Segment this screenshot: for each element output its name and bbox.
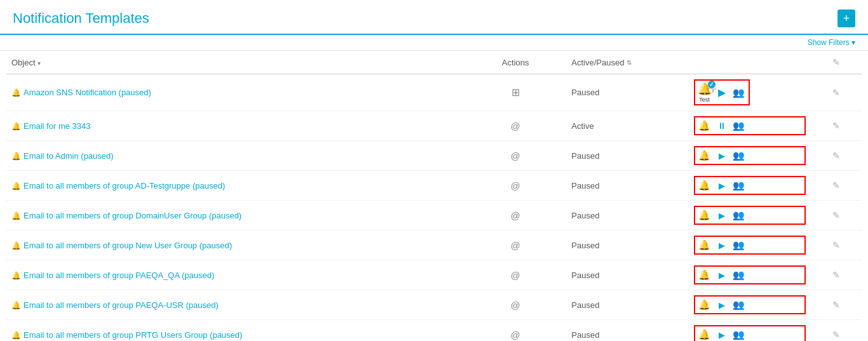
controls-cell: 🔔 ⏸ 👥	[689, 111, 811, 141]
edit-icon[interactable]: ✎	[832, 210, 840, 220]
play-button[interactable]: ▶	[715, 298, 729, 312]
bell-button[interactable]: 🔔	[698, 268, 712, 282]
row-name-link[interactable]: Email to Admin (paused)	[24, 151, 114, 161]
users-button[interactable]: 👥	[732, 86, 746, 100]
play-button[interactable]: ▶	[715, 268, 729, 282]
object-cell: 🔔Email to all members of group AD-Testgr…	[6, 171, 465, 201]
bell-button[interactable]: 🔔	[698, 119, 712, 133]
row-name-link[interactable]: Email to all members of group PAEQA-USR …	[24, 300, 219, 310]
col-header-object[interactable]: Object ▾	[6, 51, 465, 74]
edit-icon[interactable]: ✎	[832, 240, 840, 250]
controls-cell: 🔔 ▶ 👥	[689, 290, 811, 320]
row-name-link[interactable]: Email to all members of group AD-Testgru…	[24, 181, 225, 191]
col-header-controls	[689, 51, 811, 74]
edit-cell: ✎	[811, 320, 862, 342]
bell-button[interactable]: 🔔	[698, 238, 712, 252]
status-cell: Paused	[566, 260, 688, 290]
object-cell: 🔔Email to Admin (paused)	[6, 141, 465, 171]
row-name-link[interactable]: Email to all members of group PAEQA_QA (…	[24, 271, 214, 280]
edit-cell: ✎	[811, 231, 862, 260]
bell-button[interactable]: 🔔	[698, 178, 712, 192]
actions-cell: @	[465, 260, 566, 290]
bell-button[interactable]: 🔔	[698, 149, 712, 163]
object-cell: 🔔Email to all members of group PAEQA_QA …	[6, 260, 465, 290]
controls-cell: 🔔 ▶ 👥	[689, 201, 811, 231]
bell-row-icon: 🔔	[11, 211, 21, 220]
controls-cell: 🔔 ▶ 👥	[689, 231, 811, 260]
actions-cell: @	[465, 320, 566, 342]
play-button[interactable]: ▶	[715, 86, 729, 100]
at-icon: @	[511, 270, 520, 281]
table-row: 🔔Email to Admin (paused)@Paused 🔔 ▶ 👥 ✎	[6, 141, 862, 171]
edit-icon[interactable]: ✎	[832, 121, 840, 131]
actions-cell: @	[465, 141, 566, 171]
users-button[interactable]: 👥	[732, 208, 746, 222]
active-indicator: ✓	[708, 81, 715, 88]
page-title: Notification Templates	[13, 10, 149, 27]
edit-icon[interactable]: ✎	[832, 88, 840, 98]
pause-button[interactable]: ⏸	[715, 119, 729, 133]
actions-cell: @	[465, 290, 566, 320]
controls-group: 🔔 ▶ 👥	[694, 325, 806, 341]
table-row: 🔔Email to all members of group PRTG User…	[6, 320, 862, 342]
row-name-link[interactable]: Email to all members of group DomainUser…	[24, 211, 241, 220]
edit-icon[interactable]: ✎	[832, 330, 840, 340]
bell-button[interactable]: 🔔	[698, 208, 712, 222]
users-button[interactable]: 👥	[732, 298, 746, 312]
bell-button[interactable]: 🔔	[698, 328, 712, 341]
users-button[interactable]: 👥	[732, 119, 746, 133]
bell-row-icon: 🔔	[11, 152, 21, 161]
row-name-link[interactable]: Email for me 3343	[24, 121, 91, 131]
status-cell: Paused	[566, 320, 688, 342]
controls-cell: 🔔 ▶ 👥	[689, 141, 811, 171]
edit-cell: ✎	[811, 74, 862, 111]
play-button[interactable]: ▶	[715, 328, 729, 341]
play-button[interactable]: ▶	[715, 178, 729, 192]
at-icon: @	[511, 210, 520, 221]
row-name-link[interactable]: Amazon SNS Notification (paused)	[24, 88, 151, 97]
controls-group: 🔔 ▶ 👥	[694, 265, 806, 284]
table-row: 🔔Email to all members of group DomainUse…	[6, 201, 862, 231]
col-header-active-paused: Active/Paused ⇅	[566, 51, 688, 74]
device-icon: ⊞	[512, 87, 520, 98]
edit-icon[interactable]: ✎	[832, 180, 840, 191]
col-header-actions: Actions	[465, 51, 566, 74]
active-paused-sort-icon: ⇅	[627, 59, 632, 66]
edit-cell: ✎	[811, 260, 862, 290]
table-row: 🔔Email to all members of group AD-Testgr…	[6, 171, 862, 201]
edit-header-icon: ✎	[832, 57, 840, 67]
table-row: 🔔Email to all members of group PAEQA_QA …	[6, 260, 862, 290]
edit-cell: ✎	[811, 111, 862, 141]
object-cell: 🔔Email to all members of group PRTG User…	[6, 320, 465, 342]
edit-icon[interactable]: ✎	[832, 150, 840, 161]
status-cell: Active	[566, 111, 688, 141]
edit-cell: ✎	[811, 141, 862, 171]
add-button[interactable]: +	[837, 10, 855, 27]
object-cell: 🔔Amazon SNS Notification (paused)	[6, 74, 465, 111]
bell-button[interactable]: 🔔	[698, 298, 712, 312]
bell-row-icon: 🔔	[11, 271, 21, 280]
play-button[interactable]: ▶	[715, 238, 729, 252]
bell-row-icon: 🔔	[11, 122, 21, 131]
users-button[interactable]: 👥	[732, 149, 746, 163]
users-button[interactable]: 👥	[732, 268, 746, 282]
edit-icon[interactable]: ✎	[832, 300, 840, 310]
show-filters-link[interactable]: Show Filters	[808, 38, 855, 47]
users-button[interactable]: 👥	[732, 328, 746, 341]
play-button[interactable]: ▶	[715, 208, 729, 222]
controls-group: 🔔 ▶ 👥	[694, 146, 806, 165]
row-name-link[interactable]: Email to all members of group New User G…	[24, 241, 232, 250]
at-icon: @	[511, 180, 520, 191]
actions-cell: @	[465, 231, 566, 260]
table-row: 🔔Amazon SNS Notification (paused)⊞Paused…	[6, 74, 862, 111]
users-button[interactable]: 👥	[732, 238, 746, 252]
users-button[interactable]: 👥	[732, 178, 746, 192]
bell-row-icon: 🔔	[11, 241, 21, 250]
play-button[interactable]: ▶	[715, 149, 729, 163]
edit-icon[interactable]: ✎	[832, 270, 840, 280]
actions-cell: ⊞	[465, 74, 566, 111]
activate-button[interactable]: 🔔 ✓	[698, 82, 712, 96]
row-name-link[interactable]: Email to all members of group PRTG Users…	[24, 330, 242, 340]
status-cell: Paused	[566, 141, 688, 171]
table-row: 🔔Email for me 3343@Active 🔔 ⏸ 👥 ✎	[6, 111, 862, 141]
